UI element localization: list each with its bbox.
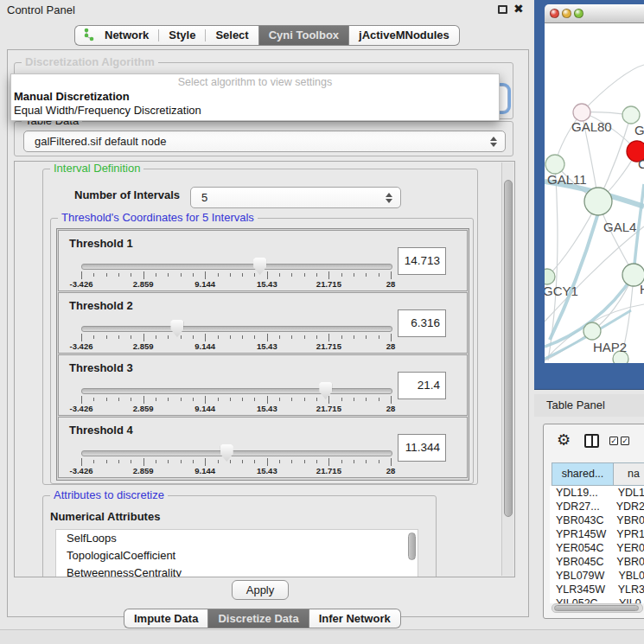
- combo-stepper-icon: [386, 193, 392, 203]
- close-icon[interactable]: ✖: [513, 2, 524, 16]
- tick-mark: [341, 460, 342, 463]
- tick-mark: [143, 458, 144, 466]
- cell: YBR0: [609, 555, 644, 569]
- gal80-node[interactable]: [573, 104, 590, 121]
- tick-mark: [316, 335, 317, 339]
- control-panel-title: Control Panel: [7, 3, 75, 16]
- popup-item-manual-discretization[interactable]: Manual Discretization: [11, 90, 499, 104]
- gal-node[interactable]: [622, 106, 640, 124]
- tick-label: 15.43: [257, 404, 277, 413]
- numerical-attributes-label: Numerical Attributes: [50, 510, 160, 523]
- table-row[interactable]: YDR27...YDR2: [550, 500, 644, 513]
- tick-mark: [193, 460, 194, 463]
- checkbox-icon[interactable]: ✓: [621, 437, 629, 445]
- table-row[interactable]: YBR043CYBR0: [550, 513, 644, 527]
- tab-jactivemnodules[interactable]: jActiveMNodules: [349, 25, 460, 46]
- table-row[interactable]: YLR345WYLR3: [550, 583, 644, 596]
- tab-group-left: Network Style Select: [74, 25, 258, 46]
- combo-stepper-icon: [490, 137, 497, 147]
- list-item[interactable]: SelfLoops: [56, 530, 418, 547]
- threshold-1-value[interactable]: 14.713: [398, 247, 446, 275]
- close-traffic-light[interactable]: [550, 9, 559, 18]
- popup-item-equal-width-frequency[interactable]: Equal Width/Frequency Discretization: [11, 104, 499, 118]
- table-row[interactable]: YIL052CYIL0: [550, 596, 644, 603]
- tick-mark: [304, 335, 305, 339]
- tick-mark: [93, 398, 94, 401]
- minimize-traffic-light[interactable]: [562, 9, 571, 18]
- tab-network[interactable]: Network: [95, 26, 158, 45]
- cell: YDR2: [609, 500, 644, 513]
- number-of-intervals-combo[interactable]: 5: [190, 187, 401, 208]
- tick-mark: [168, 460, 169, 463]
- gear-icon[interactable]: ⚙: [557, 430, 571, 449]
- checkbox-icon[interactable]: ✓: [609, 437, 618, 445]
- list-scrollbar[interactable]: [408, 532, 416, 560]
- gal11-node[interactable]: [545, 155, 564, 174]
- tab-discretize-data[interactable]: Discretize Data: [207, 609, 309, 628]
- table-row[interactable]: YER054CYER0: [550, 541, 644, 555]
- gcy1-node[interactable]: [545, 269, 555, 284]
- network-canvas[interactable]: GAL80GACGAL11GAL4GCY1HHAP2: [545, 23, 644, 363]
- tick-mark: [218, 398, 219, 401]
- table-data-combo[interactable]: galFiltered.sif default node: [23, 131, 506, 152]
- list-item[interactable]: TopologicalCoefficient: [56, 547, 418, 564]
- algorithm-placeholder: Select algorithm to view settings: [11, 74, 499, 90]
- tick-label: 21.715: [316, 466, 341, 475]
- tick-mark: [279, 460, 280, 463]
- main-scrollbar-thumb[interactable]: [504, 180, 513, 517]
- slider-tick-labels: -3.4262.8599.14415.4321.71528: [81, 341, 391, 352]
- tick-mark: [106, 398, 107, 401]
- hap2-node[interactable]: [583, 322, 601, 340]
- tick-label: 15.43: [257, 279, 277, 289]
- cell: YDL19...: [550, 486, 611, 500]
- tick-mark: [93, 460, 94, 463]
- float-window-icon[interactable]: [498, 5, 507, 14]
- threshold-3-slider[interactable]: [81, 388, 392, 394]
- gal4-node[interactable]: [584, 188, 612, 215]
- columns-icon[interactable]: [584, 434, 599, 448]
- node-label: GAL4: [603, 220, 636, 234]
- apply-button[interactable]: Apply: [232, 580, 289, 600]
- tab-infer-network[interactable]: Infer Network: [309, 609, 401, 628]
- tab-jactivemnodules-label: jActiveMNodules: [349, 26, 459, 45]
- interval-definition-title: Interval Definition: [50, 163, 143, 175]
- main-scrollbar[interactable]: [501, 163, 513, 576]
- threshold-4-value[interactable]: 11.344: [398, 434, 446, 462]
- column-header-shared-name[interactable]: shared...: [552, 462, 614, 486]
- tick-mark: [156, 398, 156, 401]
- table-hscrollbar-thumb[interactable]: [554, 605, 639, 611]
- tick-mark: [205, 271, 206, 279]
- threshold-1-slider[interactable]: [81, 264, 392, 270]
- thresholds-group: Threshold's Coordinates for 5 Intervals …: [50, 218, 474, 484]
- table-hscrollbar[interactable]: [552, 603, 643, 613]
- tick-mark: [143, 334, 144, 341]
- cell: YPR1: [609, 527, 644, 541]
- threshold-2-value[interactable]: 6.316: [398, 309, 446, 337]
- network-edge[interactable]: [582, 65, 644, 112]
- tick-mark: [131, 273, 131, 277]
- table-row[interactable]: YPR145WYPR1: [550, 527, 644, 541]
- threshold-2-slider[interactable]: [81, 326, 392, 332]
- column-header-name[interactable]: na: [614, 462, 644, 486]
- threshold-3-value[interactable]: 21.4: [398, 372, 446, 399]
- tab-style[interactable]: Style: [159, 26, 205, 45]
- tick-mark: [316, 273, 317, 277]
- tick-mark: [242, 398, 243, 401]
- tick-mark: [106, 273, 107, 277]
- tick-mark: [118, 335, 119, 339]
- tab-select[interactable]: Select: [206, 26, 258, 45]
- list-item[interactable]: BetweennessCentrality: [56, 564, 418, 577]
- tick-mark: [304, 398, 305, 401]
- tick-mark: [291, 460, 292, 463]
- table-row[interactable]: YBR045CYBR0: [550, 555, 644, 569]
- cell: YER054C: [550, 541, 609, 555]
- threshold-4-slider[interactable]: [81, 450, 392, 456]
- network-window-titlebar[interactable]: [545, 4, 644, 23]
- tab-cyni-toolbox[interactable]: Cyni Toolbox: [258, 25, 349, 46]
- tab-impute-data[interactable]: Impute Data: [124, 609, 207, 628]
- tick-mark: [156, 335, 156, 339]
- zoom-traffic-light[interactable]: [574, 9, 583, 18]
- table-row[interactable]: YBL079WYBL0: [550, 569, 644, 583]
- table-row[interactable]: YDL19...YDL1: [550, 486, 644, 500]
- tick-mark: [242, 273, 243, 277]
